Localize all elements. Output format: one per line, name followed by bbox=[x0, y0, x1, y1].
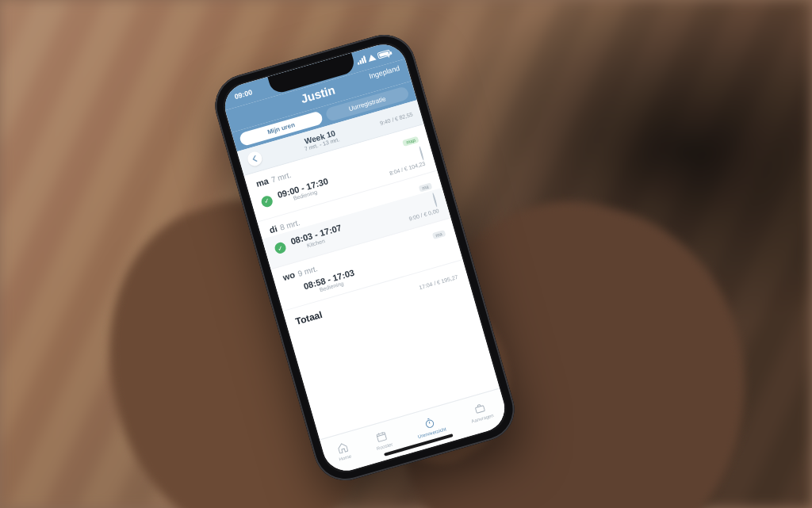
stopwatch-icon bbox=[421, 414, 437, 430]
chevron-left-icon bbox=[251, 155, 258, 162]
tab-uren[interactable]: Urenoverzicht bbox=[413, 412, 446, 438]
check-icon: ✓ bbox=[274, 242, 287, 255]
check-icon: ✓ bbox=[260, 194, 274, 208]
shift-meta: 9:00 / € 0,00 bbox=[404, 193, 440, 222]
calendar-icon bbox=[373, 428, 389, 444]
home-icon bbox=[335, 440, 350, 456]
spacer bbox=[288, 292, 298, 295]
shift-hours: 9:00 / € 0,00 bbox=[408, 208, 440, 222]
tab-rooster[interactable]: Rooster bbox=[372, 428, 393, 451]
tab-aanvragen[interactable]: Aanvragen bbox=[467, 399, 495, 423]
svg-rect-2 bbox=[475, 405, 485, 413]
svg-rect-0 bbox=[377, 432, 387, 441]
tab-home[interactable]: Home bbox=[335, 440, 352, 461]
status-time: 09:00 bbox=[233, 88, 253, 101]
wifi-icon bbox=[367, 54, 377, 62]
week-prev-button[interactable] bbox=[246, 151, 263, 168]
total-value: 17:04 / € 195,27 bbox=[419, 274, 459, 291]
clock-icon bbox=[432, 193, 438, 208]
shift-hours: 8:04 / € 104,23 bbox=[389, 161, 426, 178]
week-summary: 9:40 / € 82,55 bbox=[379, 111, 413, 126]
day-of-week: di bbox=[268, 223, 278, 235]
clock-icon bbox=[419, 146, 424, 161]
shift-meta: 8:04 / € 104,23 bbox=[385, 147, 426, 177]
briefcase-icon bbox=[472, 400, 488, 416]
signal-icon bbox=[356, 56, 366, 65]
total-label: Totaal bbox=[294, 309, 324, 327]
